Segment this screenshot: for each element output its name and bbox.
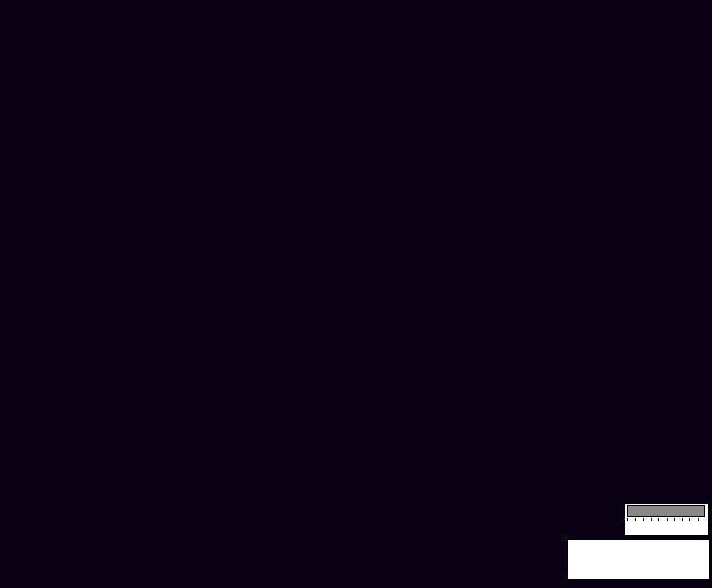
screen (0, 0, 712, 588)
colorbar-gradient (627, 505, 705, 517)
spectrogram-canvas[interactable] (0, 0, 712, 588)
info-box (567, 539, 710, 580)
colorbar-legend (624, 503, 709, 536)
colorbar-labels (627, 521, 705, 530)
